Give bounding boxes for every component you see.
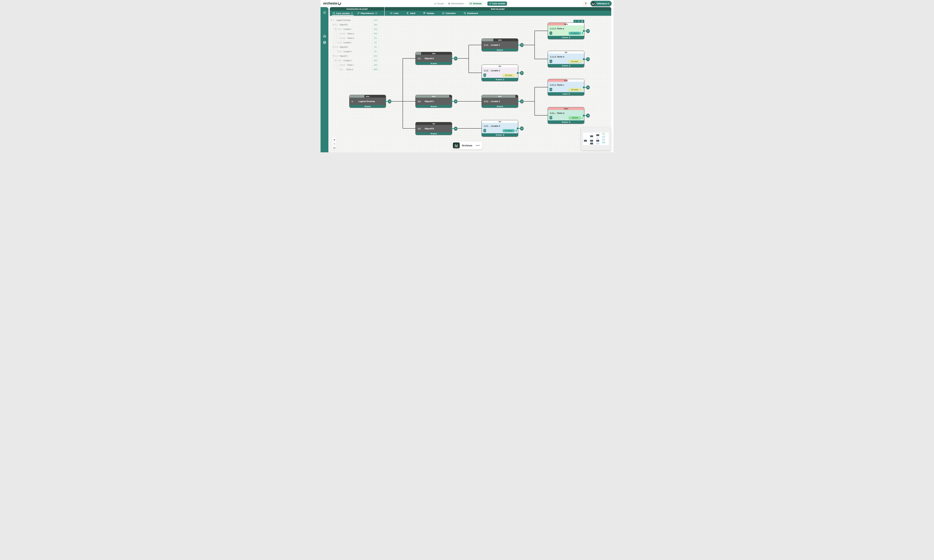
minimap[interactable]	[581, 127, 611, 150]
project-pill[interactable]: orchesia Orchesia	[452, 141, 482, 149]
collapse-caret-icon[interactable]: ▽	[331, 19, 333, 21]
sidebar-home-button[interactable]	[321, 33, 328, 39]
add-child-button[interactable]	[520, 126, 524, 130]
connector-handle[interactable]	[583, 86, 585, 88]
app-logo[interactable]: orchesia	[323, 1, 341, 5]
duplicate-button[interactable]	[484, 74, 486, 77]
duplicate-button[interactable]	[550, 32, 552, 35]
connector-handle[interactable]	[516, 72, 519, 74]
add-child-button[interactable]	[454, 126, 458, 131]
duration-stepper[interactable]	[569, 37, 570, 38]
tab-kanban[interactable]: Kanban	[422, 11, 435, 16]
connector-handle[interactable]	[516, 100, 519, 103]
status-badge[interactable]: En cours	[569, 60, 581, 63]
status-badge[interactable]: En cours	[569, 88, 581, 91]
collapse-caret-icon[interactable]: ▽	[333, 24, 335, 26]
duration-stepper[interactable]	[503, 134, 504, 136]
tree-item[interactable]: ▽1.2Objectif B0%	[331, 45, 378, 49]
connector-handle[interactable]	[384, 100, 387, 103]
node-tache-b[interactable]: 0% 1.1.1.2.Tâche b En cours 10 jours	[548, 51, 584, 68]
tree-item[interactable]: 1.1.1.2Tâche b0%	[331, 36, 378, 40]
duplicate-button[interactable]	[550, 60, 552, 63]
collapse-caret-icon[interactable]: ▽	[333, 46, 335, 48]
add-child-button[interactable]	[520, 99, 524, 103]
tab-liste[interactable]: Liste	[389, 11, 400, 16]
breadcrumb-home[interactable]: Accueil	[434, 2, 444, 5]
connector-handle[interactable]	[450, 127, 453, 130]
duration-stepper[interactable]	[569, 65, 570, 67]
node-livrable-4[interactable]: 0% 1.2.1.Livrable 4 En attente 30 jours	[482, 120, 518, 137]
breadcrumb-project[interactable]: Orchesia	[468, 2, 483, 6]
duration-stepper[interactable]	[569, 121, 570, 123]
tree-item[interactable]: 1.3.1.1Tâche c53%	[331, 63, 378, 67]
collapse-caret-icon[interactable]: ▽	[335, 28, 338, 30]
status-badge[interactable]: En attente	[569, 32, 581, 35]
node-tache-a[interactable]: 50% 1.1.1.1.Tâche a En attente 18 jours	[548, 23, 584, 39]
tab-calendrier[interactable]: Calendrier	[441, 11, 457, 16]
duration-stepper[interactable]	[569, 93, 570, 95]
tree-item[interactable]: 1.3....Tâche d100%	[331, 67, 378, 72]
add-child-button[interactable]	[586, 57, 590, 61]
connector-handle[interactable]	[516, 127, 519, 129]
user-menu-button[interactable]: Utilisateur 2	[590, 1, 612, 6]
breadcrumb-current-view[interactable]: Carte mentale	[487, 2, 507, 6]
node-tache-d[interactable]: 100% 1.3.1...Tâche d Terminé 39 jours	[548, 107, 584, 124]
add-child-button[interactable]	[586, 29, 590, 33]
node-livrable-2[interactable]: 0% 1.1.2.Livrable 2 En cours 32 jours	[482, 65, 518, 81]
project-menu-button[interactable]	[476, 145, 480, 146]
connector-handle[interactable]	[583, 30, 585, 32]
add-child-button[interactable]	[586, 85, 590, 89]
tab-dashboard[interactable]: Dashboard	[462, 11, 479, 16]
status-badge[interactable]: Terminé	[569, 116, 581, 119]
duplicate-button[interactable]	[550, 116, 552, 119]
connector-handle[interactable]	[450, 57, 453, 60]
add-child-button[interactable]	[586, 114, 590, 117]
zoom-out-button[interactable]	[332, 142, 336, 146]
add-child-button[interactable]	[520, 71, 524, 75]
node-objectif-b[interactable]: 0% 1.2.Objectif B 30 jours	[415, 122, 452, 135]
tree-item[interactable]: ▽1.1.1Livrable 132%	[331, 27, 378, 31]
duplicate-button[interactable]	[484, 129, 486, 132]
fit-view-button[interactable]	[332, 146, 336, 150]
tree-item[interactable]: ▽1.3Objectif C93%	[331, 54, 378, 58]
tree-item[interactable]: ▽1Logiciel Orchesia41%	[331, 18, 378, 22]
zoom-in-button[interactable]	[332, 138, 336, 142]
node-livrable-3[interactable]: 93% 1.3.1.Livrable 3 39 jours	[482, 95, 518, 108]
tree-item[interactable]: 1.1.2Livrable 20%	[331, 40, 378, 45]
info-icon[interactable]	[351, 12, 353, 14]
tab-carte-mentale[interactable]: Carte mentale	[331, 11, 354, 16]
delete-button[interactable]	[581, 20, 583, 22]
tab-dependances[interactable]: Dépendances	[356, 11, 379, 16]
connector-handle[interactable]	[583, 58, 585, 60]
tree-item[interactable]: 1.2.1Livrable 40%	[331, 49, 378, 54]
node-objectif-c[interactable]: 93% 1.3.Objectif C 39 jours	[415, 95, 452, 108]
color-button[interactable]	[578, 20, 580, 22]
node-livrable-1[interactable]: 32% 1.1.1.Livrable 1 28 jours	[482, 38, 518, 51]
node-logiciel-orchesia[interactable]: 41% 1.Logiciel Orchesia 39 jours	[349, 95, 386, 108]
menu-button[interactable]	[321, 9, 328, 16]
add-child-button[interactable]	[520, 43, 524, 47]
info-icon[interactable]	[375, 12, 377, 14]
node-objectif-a[interactable]: 15% 1.1.Objectif A 32 jours	[415, 52, 452, 65]
connector-handle[interactable]	[583, 114, 585, 117]
connector-handle[interactable]	[516, 44, 519, 46]
connector-handle[interactable]	[450, 100, 453, 103]
duplicate-button[interactable]	[550, 88, 552, 91]
sidebar-workspace-button[interactable]	[321, 39, 328, 46]
add-child-button[interactable]	[388, 99, 391, 103]
edit-button[interactable]	[575, 20, 577, 22]
breadcrumb-workspace[interactable]: Démonstration	[448, 2, 464, 5]
add-child-button[interactable]	[454, 99, 458, 103]
status-badge[interactable]: En attente	[502, 129, 515, 132]
tree-item[interactable]: ▽1.3.1Livrable 393%	[331, 58, 378, 63]
tab-gantt[interactable]: Gantt	[405, 11, 416, 16]
duration-stepper[interactable]	[503, 78, 504, 80]
help-button[interactable]: ?	[583, 1, 588, 6]
node-tache-c[interactable]: 53% 1.3.1.1.Tâche c En cours 7 jours	[548, 79, 584, 95]
tree-item[interactable]: ▽1.1Objectif A15%	[331, 22, 378, 27]
collapse-caret-icon[interactable]: ▽	[335, 60, 338, 62]
add-child-button[interactable]	[454, 56, 458, 60]
status-badge[interactable]: En cours	[502, 74, 515, 77]
tree-item[interactable]: 1.1.1.1Tâche a50%	[331, 31, 378, 36]
collapse-caret-icon[interactable]: ▽	[333, 55, 335, 57]
